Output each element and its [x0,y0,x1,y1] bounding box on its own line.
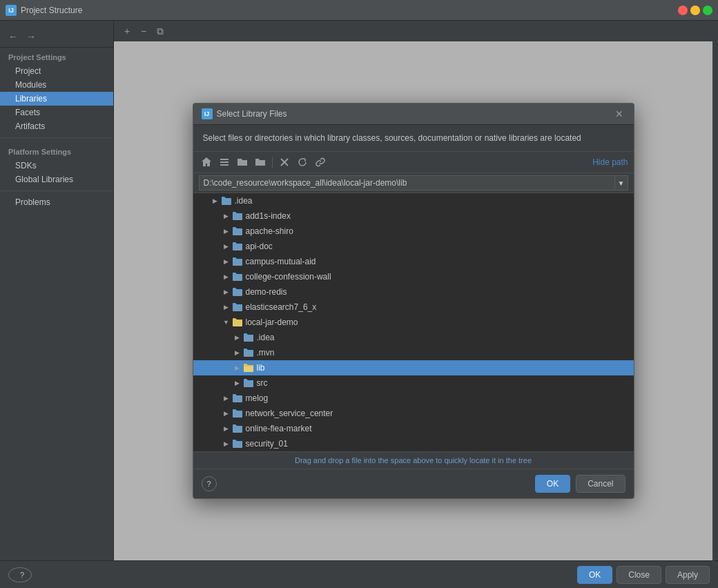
sidebar: ← → Project Settings Project Modules Lib… [0,21,114,560]
folder-icon [232,423,243,434]
toolbar-separator [272,157,273,168]
add-button[interactable]: + [119,23,135,39]
dialog-bottom-bar: ? OK Cancel [193,469,634,498]
tree-item-local-jar-demo[interactable]: ▼ local-jar-demo [193,315,634,330]
remove-button[interactable]: − [136,23,151,39]
folder-button[interactable] [253,155,268,170]
folder-icon [232,393,243,404]
new-folder-button[interactable] [235,155,250,170]
tree-item-elasticsearch[interactable]: ▶ elasticsearch7_6_x [193,300,634,315]
dialog-ok-button[interactable]: OK [535,475,570,493]
close-button[interactable]: Close [617,566,661,584]
toggle-icon: ▼ [221,317,232,328]
folder-icon [232,241,243,252]
path-input[interactable] [199,175,614,190]
sidebar-item-facets[interactable]: Facets [0,106,113,119]
tree-item-idea[interactable]: ▶ .idea [193,193,634,208]
sidebar-divider-2 [0,190,113,191]
list-view-button[interactable] [217,155,232,170]
content-toolbar: + − ⧉ [114,21,718,41]
bottom-bar: ? OK Close Apply [0,560,718,588]
folder-icon [232,302,243,313]
nav-toolbar: ← → [0,26,113,48]
back-button[interactable]: ← [6,29,21,44]
sidebar-item-sdks[interactable]: SDKs [0,159,113,173]
sidebar-item-artifacts[interactable]: Artifacts [0,119,113,133]
path-dropdown-button[interactable]: ▼ [614,175,628,190]
sidebar-item-problems[interactable]: Problems [0,195,113,209]
window-max-btn[interactable] [703,6,712,15]
tree-item-mvn[interactable]: ▶ .mvn [193,345,634,360]
dialog-close-button[interactable]: ✕ [613,108,625,120]
app-icon: IJ [6,5,17,16]
path-bar: ▼ [193,173,634,193]
dialog-title-bar: IJ Select Library Files ✕ [193,104,634,125]
tree-item-network-service[interactable]: ▶ network_service_center [193,406,634,421]
sidebar-divider [0,137,113,138]
main-window: IJ Project Structure ← → Project Setting… [0,0,718,588]
dialog-overlay: IJ Select Library Files ✕ Select files o… [114,41,712,560]
file-tree[interactable]: ▶ .idea ▶ [193,193,634,451]
folder-icon [232,226,243,237]
project-settings-label: Project Settings [0,48,113,64]
dialog-cancel-button[interactable]: Cancel [576,475,625,493]
toggle-icon: ▶ [221,256,232,267]
tree-item-online-flea-market[interactable]: ▶ online-flea-market [193,421,634,436]
sidebar-item-global-libraries[interactable]: Global Libraries [0,173,113,186]
toggle-icon: ▶ [221,423,232,434]
help-button[interactable]: ? [8,567,32,582]
toggle-icon: ▶ [221,271,232,282]
window-close-btn[interactable] [678,6,688,15]
tree-item-apache-shiro[interactable]: ▶ apache-shiro [193,224,634,239]
toggle-icon: ▶ [221,393,232,404]
folder-icon [243,362,254,373]
select-library-files-dialog: IJ Select Library Files ✕ Select files o… [193,103,634,499]
window-title: Project Structure [21,6,678,15]
apply-button[interactable]: Apply [666,566,710,584]
tree-item-demo-redis[interactable]: ▶ demo-redis [193,284,634,300]
tree-item-lib[interactable]: ▶ lib [193,360,634,375]
sidebar-item-project[interactable]: Project [0,64,113,78]
copy-button[interactable]: ⧉ [153,23,168,39]
tree-item-idea-sub[interactable]: ▶ .idea [193,330,634,345]
title-bar: IJ Project Structure [0,0,718,21]
link-button[interactable] [313,155,328,170]
folder-icon [243,347,254,358]
hide-path-link[interactable]: Hide path [592,157,628,167]
toggle-icon: ▶ [232,378,243,389]
toggle-icon: ▶ [221,438,232,449]
dialog-title: Select Library Files [217,109,613,119]
folder-icon [232,286,243,297]
home-button[interactable] [199,155,214,170]
refresh-button[interactable] [295,155,310,170]
folder-icon [221,195,232,206]
sidebar-item-libraries[interactable]: Libraries [0,92,113,106]
dialog-icon: IJ [202,108,213,119]
ok-button[interactable]: OK [577,566,612,584]
tree-item-src[interactable]: ▶ src [193,375,634,391]
delete-button[interactable] [277,155,292,170]
tree-item-add1s-index[interactable]: ▶ add1s-index [193,208,634,224]
tree-item-melog[interactable]: ▶ melog [193,391,634,406]
svg-rect-0 [220,159,229,160]
svg-rect-2 [220,164,229,166]
toggle-icon: ▶ [232,362,243,373]
tree-item-campus-mutual-aid[interactable]: ▶ campus-mutual-aid [193,254,634,269]
toggle-icon: ▶ [232,332,243,343]
main-content: + − ⧉ IJ Select Library Files ✕ [114,21,718,560]
content-panel: IJ Select Library Files ✕ Select files o… [114,41,712,560]
toggle-icon: ▶ [221,226,232,237]
folder-icon [243,378,254,389]
folder-icon [232,438,243,449]
forward-button[interactable]: → [23,29,39,44]
window-min-btn[interactable] [690,6,700,15]
folder-icon [232,317,243,328]
tree-item-college-confession-wall[interactable]: ▶ college-confession-wall [193,269,634,284]
svg-rect-1 [220,161,229,163]
dialog-help-button[interactable]: ? [202,476,217,491]
folder-icon [232,408,243,419]
tree-item-api-doc[interactable]: ▶ api-doc [193,239,634,254]
sidebar-item-modules[interactable]: Modules [0,78,113,92]
folder-icon [232,210,243,222]
tree-item-security-01[interactable]: ▶ security_01 [193,436,634,451]
